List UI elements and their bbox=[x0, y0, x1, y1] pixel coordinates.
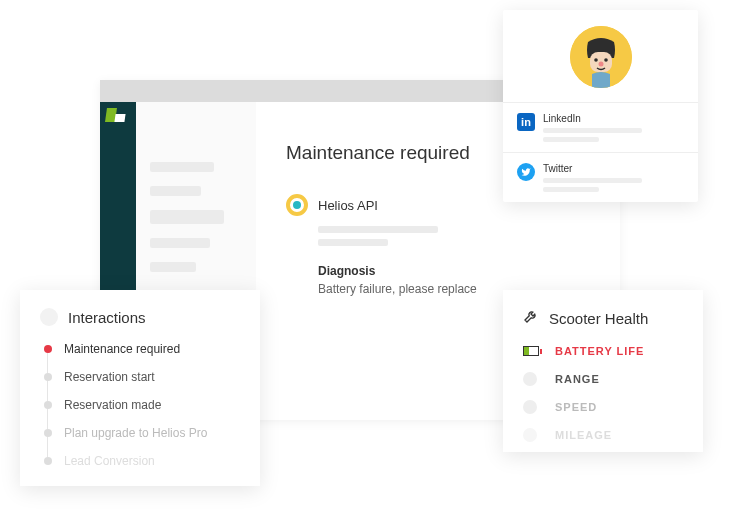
timeline-label: Lead Conversion bbox=[64, 454, 155, 468]
svg-point-3 bbox=[604, 58, 608, 62]
scooter-health-card: Scooter Health BATTERY LIFE RANGE SPEED … bbox=[503, 290, 703, 452]
metric-label: RANGE bbox=[555, 373, 600, 385]
timeline-label: Reservation start bbox=[64, 370, 155, 384]
helios-api-icon bbox=[286, 194, 308, 216]
api-detail-placeholder bbox=[318, 226, 590, 246]
timeline-item[interactable]: Plan upgrade to Helios Pro bbox=[44, 426, 240, 440]
metric-range[interactable]: RANGE bbox=[523, 372, 683, 386]
timeline-item[interactable]: Maintenance required bbox=[44, 342, 240, 356]
linkedin-icon: in bbox=[517, 113, 535, 131]
wrench-icon bbox=[523, 308, 539, 328]
timeline-dot-icon bbox=[44, 345, 52, 353]
metric-speed[interactable]: SPEED bbox=[523, 400, 683, 414]
diagnosis-label: Diagnosis bbox=[318, 264, 590, 278]
social-profile-card: in LinkedIn Twitter bbox=[503, 10, 698, 202]
timeline-item[interactable]: Reservation made bbox=[44, 398, 240, 412]
avatar bbox=[570, 26, 632, 88]
avatar-face-icon bbox=[570, 26, 632, 88]
social-item-linkedin[interactable]: in LinkedIn bbox=[503, 102, 698, 152]
placeholder-line bbox=[150, 210, 224, 224]
svg-point-2 bbox=[594, 58, 598, 62]
timeline-label: Plan upgrade to Helios Pro bbox=[64, 426, 207, 440]
battery-icon bbox=[523, 344, 543, 358]
interactions-card: Interactions Maintenance required Reserv… bbox=[20, 290, 260, 486]
app-logo-icon bbox=[106, 108, 124, 126]
placeholder-line bbox=[150, 162, 214, 172]
timeline-dot-icon bbox=[44, 373, 52, 381]
social-label: Twitter bbox=[543, 163, 684, 174]
metric-dot-icon bbox=[523, 428, 537, 442]
metric-dot-icon bbox=[523, 400, 537, 414]
interactions-icon bbox=[40, 308, 58, 326]
interactions-timeline: Maintenance required Reservation start R… bbox=[40, 342, 240, 468]
metric-dot-icon bbox=[523, 372, 537, 386]
timeline-dot-icon bbox=[44, 429, 52, 437]
timeline-dot-icon bbox=[44, 401, 52, 409]
api-source-name: Helios API bbox=[318, 198, 378, 213]
metric-label: SPEED bbox=[555, 401, 597, 413]
placeholder-line bbox=[150, 238, 210, 248]
health-title: Scooter Health bbox=[549, 310, 648, 327]
timeline-label: Maintenance required bbox=[64, 342, 180, 356]
social-label: LinkedIn bbox=[543, 113, 684, 124]
svg-point-4 bbox=[598, 62, 603, 67]
metric-label: BATTERY LIFE bbox=[555, 345, 644, 357]
metric-label: MILEAGE bbox=[555, 429, 612, 441]
timeline-item[interactable]: Reservation start bbox=[44, 370, 240, 384]
placeholder-line bbox=[150, 262, 196, 272]
twitter-icon bbox=[517, 163, 535, 181]
metric-mileage[interactable]: MILEAGE bbox=[523, 428, 683, 442]
timeline-dot-icon bbox=[44, 457, 52, 465]
metric-battery-life[interactable]: BATTERY LIFE bbox=[523, 344, 683, 358]
timeline-item[interactable]: Lead Conversion bbox=[44, 454, 240, 468]
timeline-label: Reservation made bbox=[64, 398, 161, 412]
interactions-title: Interactions bbox=[68, 309, 146, 326]
social-item-twitter[interactable]: Twitter bbox=[503, 152, 698, 202]
placeholder-line bbox=[150, 186, 201, 196]
